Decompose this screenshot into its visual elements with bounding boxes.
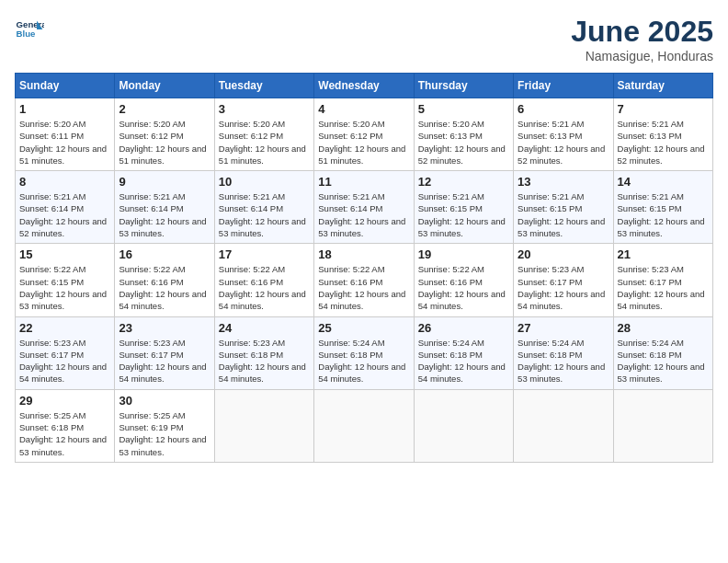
day-info: Sunrise: 5:21 AM Sunset: 6:14 PM Dayligh… [318,190,409,239]
day-number: 20 [518,247,609,261]
table-row: 23 Sunrise: 5:23 AM Sunset: 6:17 PM Dayl… [115,316,214,389]
day-number: 12 [418,175,509,189]
table-row [214,389,313,462]
day-number: 9 [119,175,210,189]
table-row: 18 Sunrise: 5:22 AM Sunset: 6:16 PM Dayl… [314,244,414,316]
logo: General Blue [15,15,44,44]
table-row: 2 Sunrise: 5:20 AM Sunset: 6:12 PM Dayli… [115,98,214,171]
day-number: 10 [219,175,310,189]
header: General Blue June 2025 Namasigue, Hondur… [15,15,713,63]
col-sunday: Sunday [16,74,115,98]
col-friday: Friday [514,74,613,98]
day-info: Sunrise: 5:22 AM Sunset: 6:16 PM Dayligh… [318,263,409,312]
day-number: 19 [418,247,509,261]
day-info: Sunrise: 5:23 AM Sunset: 6:17 PM Dayligh… [119,337,210,385]
day-info: Sunrise: 5:20 AM Sunset: 6:12 PM Dayligh… [318,118,409,167]
table-row: 9 Sunrise: 5:21 AM Sunset: 6:14 PM Dayli… [115,171,214,244]
day-info: Sunrise: 5:21 AM Sunset: 6:15 PM Dayligh… [618,190,709,239]
header-row: Sunday Monday Tuesday Wednesday Thursday… [16,74,713,98]
day-info: Sunrise: 5:22 AM Sunset: 6:16 PM Dayligh… [119,263,210,312]
day-number: 21 [618,247,709,261]
table-row: 22 Sunrise: 5:23 AM Sunset: 6:17 PM Dayl… [16,316,115,389]
day-number: 13 [518,175,609,189]
day-number: 2 [119,102,210,116]
day-info: Sunrise: 5:20 AM Sunset: 6:12 PM Dayligh… [119,118,210,167]
day-info: Sunrise: 5:23 AM Sunset: 6:17 PM Dayligh… [618,263,709,312]
calendar-table: Sunday Monday Tuesday Wednesday Thursday… [15,73,713,463]
table-row: 26 Sunrise: 5:24 AM Sunset: 6:18 PM Dayl… [414,316,513,389]
day-number: 4 [318,102,409,116]
day-number: 29 [19,394,110,408]
table-row: 12 Sunrise: 5:21 AM Sunset: 6:15 PM Dayl… [414,171,513,244]
day-info: Sunrise: 5:21 AM Sunset: 6:14 PM Dayligh… [19,190,110,239]
table-row: 19 Sunrise: 5:22 AM Sunset: 6:16 PM Dayl… [414,244,513,316]
day-number: 24 [219,321,310,335]
day-info: Sunrise: 5:25 AM Sunset: 6:19 PM Dayligh… [119,409,210,458]
table-row: 6 Sunrise: 5:21 AM Sunset: 6:13 PM Dayli… [514,98,613,171]
month-title: June 2025 [571,15,713,49]
day-info: Sunrise: 5:24 AM Sunset: 6:18 PM Dayligh… [418,337,509,385]
table-row: 14 Sunrise: 5:21 AM Sunset: 6:15 PM Dayl… [613,171,712,244]
day-info: Sunrise: 5:24 AM Sunset: 6:18 PM Dayligh… [618,337,709,385]
day-info: Sunrise: 5:21 AM Sunset: 6:13 PM Dayligh… [618,118,709,167]
table-row: 24 Sunrise: 5:23 AM Sunset: 6:18 PM Dayl… [214,316,313,389]
table-row: 17 Sunrise: 5:22 AM Sunset: 6:16 PM Dayl… [214,244,313,316]
table-row: 29 Sunrise: 5:25 AM Sunset: 6:18 PM Dayl… [16,389,115,462]
table-row: 8 Sunrise: 5:21 AM Sunset: 6:14 PM Dayli… [16,171,115,244]
day-info: Sunrise: 5:21 AM Sunset: 6:15 PM Dayligh… [518,190,609,239]
table-row: 11 Sunrise: 5:21 AM Sunset: 6:14 PM Dayl… [314,171,414,244]
day-number: 28 [618,321,709,335]
table-row: 20 Sunrise: 5:23 AM Sunset: 6:17 PM Dayl… [514,244,613,316]
day-number: 16 [119,247,210,261]
day-number: 18 [318,247,409,261]
col-wednesday: Wednesday [314,74,414,98]
day-number: 26 [418,321,509,335]
table-row: 1 Sunrise: 5:20 AM Sunset: 6:11 PM Dayli… [16,98,115,171]
day-number: 15 [19,247,110,261]
day-info: Sunrise: 5:22 AM Sunset: 6:16 PM Dayligh… [219,263,310,312]
calendar-body: 1 Sunrise: 5:20 AM Sunset: 6:11 PM Dayli… [16,98,713,463]
table-row: 21 Sunrise: 5:23 AM Sunset: 6:17 PM Dayl… [613,244,712,316]
table-row: 16 Sunrise: 5:22 AM Sunset: 6:16 PM Dayl… [115,244,214,316]
table-row: 15 Sunrise: 5:22 AM Sunset: 6:15 PM Dayl… [16,244,115,316]
day-number: 23 [119,321,210,335]
day-info: Sunrise: 5:20 AM Sunset: 6:12 PM Dayligh… [219,118,310,167]
table-row: 5 Sunrise: 5:20 AM Sunset: 6:13 PM Dayli… [414,98,513,171]
col-thursday: Thursday [414,74,513,98]
table-row: 3 Sunrise: 5:20 AM Sunset: 6:12 PM Dayli… [214,98,313,171]
col-saturday: Saturday [613,74,712,98]
day-info: Sunrise: 5:20 AM Sunset: 6:13 PM Dayligh… [418,118,509,167]
table-row: 10 Sunrise: 5:21 AM Sunset: 6:14 PM Dayl… [214,171,313,244]
day-info: Sunrise: 5:21 AM Sunset: 6:13 PM Dayligh… [518,118,609,167]
table-row [314,389,414,462]
day-number: 14 [618,175,709,189]
table-row [414,389,513,462]
table-row [514,389,613,462]
day-number: 22 [19,321,110,335]
day-number: 8 [19,175,110,189]
day-info: Sunrise: 5:21 AM Sunset: 6:15 PM Dayligh… [418,190,509,239]
table-row: 28 Sunrise: 5:24 AM Sunset: 6:18 PM Dayl… [613,316,712,389]
day-info: Sunrise: 5:24 AM Sunset: 6:18 PM Dayligh… [318,337,409,385]
col-monday: Monday [115,74,214,98]
logo-icon: General Blue [15,15,44,44]
day-number: 27 [518,321,609,335]
day-info: Sunrise: 5:20 AM Sunset: 6:11 PM Dayligh… [19,118,110,167]
calendar-header: Sunday Monday Tuesday Wednesday Thursday… [16,74,713,98]
day-number: 5 [418,102,509,116]
table-row: 30 Sunrise: 5:25 AM Sunset: 6:19 PM Dayl… [115,389,214,462]
svg-text:Blue: Blue [17,29,36,39]
day-number: 3 [219,102,310,116]
day-info: Sunrise: 5:23 AM Sunset: 6:17 PM Dayligh… [518,263,609,312]
day-info: Sunrise: 5:23 AM Sunset: 6:18 PM Dayligh… [219,337,310,385]
day-number: 6 [518,102,609,116]
day-info: Sunrise: 5:25 AM Sunset: 6:18 PM Dayligh… [19,409,110,458]
day-number: 11 [318,175,409,189]
table-row [613,389,712,462]
day-number: 30 [119,394,210,408]
day-number: 25 [318,321,409,335]
col-tuesday: Tuesday [214,74,313,98]
day-number: 7 [618,102,709,116]
table-row: 7 Sunrise: 5:21 AM Sunset: 6:13 PM Dayli… [613,98,712,171]
day-info: Sunrise: 5:21 AM Sunset: 6:14 PM Dayligh… [219,190,310,239]
